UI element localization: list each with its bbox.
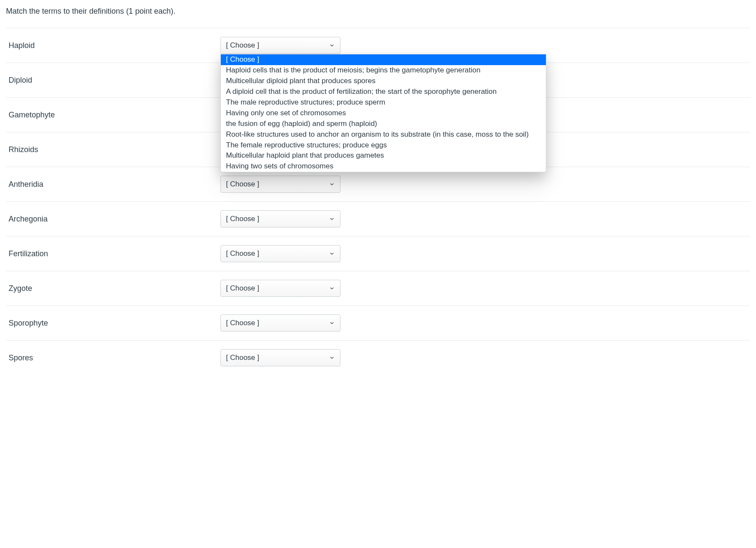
select-value: [ Choose ] <box>226 353 259 362</box>
term-label: Archegonia <box>6 215 220 224</box>
definition-select[interactable]: [ Choose ] <box>220 314 340 332</box>
term-label: Fertilization <box>6 249 220 258</box>
select-value: [ Choose ] <box>226 319 259 327</box>
chevron-down-icon <box>329 320 335 326</box>
dropdown-option[interactable]: [ Choose ] <box>221 54 546 65</box>
definition-select[interactable]: [ Choose ] <box>220 176 340 193</box>
definition-select[interactable]: [ Choose ] <box>220 280 340 297</box>
dropdown-option[interactable]: Multicellular diploid plant that produce… <box>221 76 546 87</box>
dropdown-option[interactable]: A diploid cell that is the product of fe… <box>221 87 546 97</box>
term-label: Haploid <box>6 41 220 50</box>
select-wrap: [ Choose ] <box>220 210 340 228</box>
dropdown-option[interactable]: Having two sets of chromosomes <box>221 161 546 172</box>
term-label: Gametophyte <box>6 111 220 120</box>
match-row-zygote: Zygote[ Choose ] <box>6 271 750 305</box>
dropdown-option[interactable]: Multicellular haploid plant that produce… <box>221 150 546 161</box>
match-rows: Haploid[ Choose ][ Choose ]Haploid cells… <box>6 28 750 375</box>
match-row-archegonia: Archegonia[ Choose ] <box>6 201 750 236</box>
select-wrap: [ Choose ] <box>220 314 340 332</box>
match-row-haploid: Haploid[ Choose ][ Choose ]Haploid cells… <box>6 28 750 63</box>
definition-select[interactable]: [ Choose ] <box>220 210 340 228</box>
select-value: [ Choose ] <box>226 180 259 189</box>
select-value: [ Choose ] <box>226 249 259 258</box>
term-label: Zygote <box>6 284 220 293</box>
term-label: Antheridia <box>6 180 220 189</box>
chevron-down-icon <box>329 181 335 187</box>
dropdown-option[interactable]: The female reproductive structures; prod… <box>221 140 546 151</box>
select-value: [ Choose ] <box>226 41 259 50</box>
select-value: [ Choose ] <box>226 215 259 223</box>
select-wrap: [ Choose ][ Choose ]Haploid cells that i… <box>220 37 340 54</box>
select-wrap: [ Choose ] <box>220 349 340 366</box>
definition-select[interactable]: [ Choose ] <box>220 37 340 54</box>
match-row-sporophyte: Sporophyte[ Choose ] <box>6 305 750 340</box>
chevron-down-icon <box>329 285 335 291</box>
chevron-down-icon <box>329 216 335 222</box>
dropdown-option[interactable]: Haploid cells that is the product of mei… <box>221 65 546 76</box>
dropdown-option[interactable]: Having only one set of chromosomes <box>221 108 546 119</box>
term-label: Spores <box>6 353 220 362</box>
chevron-down-icon <box>329 355 335 361</box>
select-wrap: [ Choose ] <box>220 245 340 262</box>
dropdown-options: [ Choose ]Haploid cells that is the prod… <box>221 54 546 172</box>
definition-select[interactable]: [ Choose ] <box>220 245 340 262</box>
chevron-down-icon <box>329 251 335 257</box>
dropdown-option[interactable]: the fusion of egg (haploid) and sperm (h… <box>221 119 546 129</box>
dropdown-option[interactable]: Root-like structures used to anchor an o… <box>221 129 546 140</box>
question-text: Match the terms to their definitions (1 … <box>6 7 750 16</box>
dropdown-option[interactable]: The male reproductive structures; produc… <box>221 97 546 108</box>
definition-select[interactable]: [ Choose ] <box>220 349 340 366</box>
select-wrap: [ Choose ] <box>220 176 340 193</box>
term-label: Sporophyte <box>6 319 220 328</box>
definition-dropdown[interactable]: [ Choose ]Haploid cells that is the prod… <box>220 54 546 172</box>
match-row-spores: Spores[ Choose ] <box>6 340 750 375</box>
select-value: [ Choose ] <box>226 284 259 293</box>
match-row-fertilization: Fertilization[ Choose ] <box>6 236 750 271</box>
term-label: Rhizoids <box>6 145 220 154</box>
term-label: Diploid <box>6 76 220 85</box>
select-wrap: [ Choose ] <box>220 280 340 297</box>
chevron-down-icon <box>329 42 335 48</box>
